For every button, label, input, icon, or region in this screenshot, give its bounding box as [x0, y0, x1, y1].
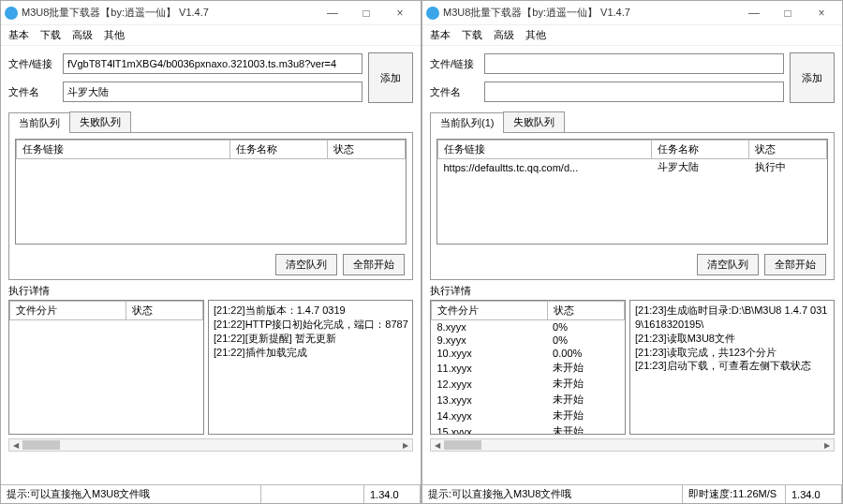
start-all-button[interactable]: 全部开始 — [343, 254, 405, 275]
task-table[interactable]: 任务链接 任务名称 状态 https://defaultts.tc.qq.com… — [436, 139, 828, 245]
table-row[interactable]: 10.xyyx0.00% — [432, 347, 625, 360]
app-icon — [5, 7, 18, 20]
table-row[interactable]: 9.xyyx0% — [432, 334, 625, 347]
add-button[interactable]: 添加 — [368, 52, 413, 103]
table-row[interactable]: 12.xyyx未开始 — [432, 376, 625, 392]
col-task-state[interactable]: 状态 — [328, 141, 406, 159]
scroll-right-icon[interactable]: ▶ — [399, 439, 412, 451]
log-line: [21:22]插件加载完成 — [214, 346, 407, 360]
table-row[interactable]: 13.xyyx未开始 — [432, 392, 625, 408]
titlebar[interactable]: M3U8批量下载器【by:逍遥一仙】 V1.4.7 — □ × — [1, 1, 421, 25]
shard-table[interactable]: 文件分片 状态 — [8, 300, 204, 435]
table-row[interactable]: https://defaultts.tc.qq.com/d... 斗罗大陆 执行… — [438, 159, 827, 176]
col-task-link[interactable]: 任务链接 — [438, 141, 652, 159]
col-shard[interactable]: 文件分片 — [10, 302, 126, 320]
log-line: [21:23]启动下载，可查看左侧下载状态 — [635, 359, 829, 373]
col-shard[interactable]: 文件分片 — [432, 302, 548, 320]
filename-input[interactable] — [63, 82, 362, 102]
titlebar[interactable]: M3U8批量下载器【by:逍遥一仙】 V1.4.7 — □ × — [422, 1, 842, 25]
log-line: [21:23]读取M3U8文件 — [635, 332, 829, 346]
start-all-button[interactable]: 全部开始 — [764, 254, 826, 275]
exec-detail: 文件分片 状态 8.xyyx0% 9.xyyx0% 10.xyyx0.00% 1… — [430, 300, 835, 435]
col-task-state[interactable]: 状态 — [749, 141, 827, 159]
log-line: [21:22]HTTP接口初始化完成，端口：8787 — [214, 318, 407, 332]
cell-name: 斗罗大陆 — [652, 159, 749, 176]
table-row[interactable]: 8.xyyx0% — [432, 320, 625, 334]
log-panel[interactable]: [21:22]当前版本：1.4.7 0319 [21:22]HTTP接口初始化完… — [208, 300, 413, 435]
log-line: [21:23]读取完成，共123个分片 — [635, 346, 829, 360]
col-task-name[interactable]: 任务名称 — [230, 141, 328, 159]
clear-queue-button[interactable]: 清空队列 — [697, 254, 759, 275]
close-button[interactable]: × — [383, 3, 417, 23]
queue-tabs: 当前队列 失败队列 — [8, 111, 413, 132]
cell-link: https://defaultts.tc.qq.com/d... — [438, 159, 652, 176]
input-form: 文件/链接 添加 文件名 — [422, 46, 842, 110]
scroll-thumb[interactable] — [22, 440, 60, 450]
close-button[interactable]: × — [805, 3, 838, 23]
maximize-button[interactable]: □ — [349, 3, 383, 23]
status-speed — [261, 485, 364, 503]
window-title: M3U8批量下载器【by:逍遥一仙】 V1.4.7 — [443, 6, 737, 20]
queue-panel: 任务链接 任务名称 状态 https://defaultts.tc.qq.com… — [430, 132, 835, 280]
scroll-left-icon[interactable]: ◀ — [9, 439, 22, 451]
input-form: 文件/链接 添加 文件名 — [1, 46, 421, 110]
statusbar: 提示:可以直接拖入M3U8文件哦 1.34.0 — [1, 484, 421, 503]
horizontal-scrollbar[interactable]: ◀ ▶ — [8, 438, 413, 452]
menu-basic[interactable]: 基本 — [8, 28, 29, 42]
menu-other[interactable]: 其他 — [104, 28, 125, 42]
app-icon — [426, 7, 439, 20]
exec-detail: 文件分片 状态 [21:22]当前版本：1.4.7 0319 [21:22]HT… — [8, 300, 413, 435]
status-speed: 即时速度:11.26M/S — [683, 485, 786, 503]
menu-download[interactable]: 下载 — [462, 28, 482, 42]
url-label: 文件/链接 — [8, 57, 57, 71]
table-row[interactable]: 14.xyyx未开始 — [432, 408, 625, 423]
filename-input[interactable] — [484, 82, 784, 102]
horizontal-scrollbar[interactable]: ◀ ▶ — [430, 438, 835, 452]
table-row[interactable]: 11.xyyx未开始 — [432, 360, 625, 376]
url-label: 文件/链接 — [430, 57, 479, 71]
filename-label: 文件名 — [430, 85, 479, 99]
tab-current-queue[interactable]: 当前队列 — [8, 112, 70, 133]
menu-advanced[interactable]: 高级 — [494, 28, 514, 42]
status-tip: 提示:可以直接拖入M3U8文件哦 — [1, 485, 261, 503]
menubar: 基本 下载 高级 其他 — [1, 25, 421, 46]
url-input[interactable] — [63, 53, 362, 74]
url-input[interactable] — [484, 53, 784, 74]
menu-other[interactable]: 其他 — [525, 28, 546, 42]
window-title: M3U8批量下载器【by:逍遥一仙】 V1.4.7 — [22, 6, 316, 20]
minimize-button[interactable]: — — [737, 3, 771, 23]
tab-failed-queue[interactable]: 失败队列 — [503, 111, 565, 132]
log-panel[interactable]: [21:23]生成临时目录:D:\B\M3U8 1.4.7 0319\16183… — [629, 300, 835, 435]
cell-state: 执行中 — [749, 159, 827, 176]
status-version: 1.34.0 — [786, 485, 842, 503]
col-shard-state[interactable]: 状态 — [547, 302, 624, 320]
status-version: 1.34.0 — [364, 485, 421, 503]
tab-current-queue[interactable]: 当前队列(1) — [430, 112, 504, 133]
log-line: [21:23]生成临时目录:D:\B\M3U8 1.4.7 0319\16183… — [635, 304, 829, 332]
menu-advanced[interactable]: 高级 — [72, 28, 93, 42]
add-button[interactable]: 添加 — [790, 52, 835, 103]
exec-detail-label: 执行详情 — [430, 284, 835, 298]
col-task-link[interactable]: 任务链接 — [17, 141, 230, 159]
scroll-right-icon[interactable]: ▶ — [821, 439, 834, 451]
table-row[interactable]: 15.xyyx未开始 — [432, 423, 625, 435]
scroll-thumb[interactable] — [444, 440, 481, 450]
log-line: [21:22][更新提醒] 暂无更新 — [214, 332, 407, 346]
filename-label: 文件名 — [8, 85, 57, 99]
maximize-button[interactable]: □ — [771, 3, 805, 23]
task-table[interactable]: 任务链接 任务名称 状态 — [15, 139, 407, 245]
minimize-button[interactable]: — — [316, 3, 349, 23]
menubar: 基本 下载 高级 其他 — [422, 25, 842, 46]
scroll-left-icon[interactable]: ◀ — [431, 439, 444, 451]
window-right: M3U8批量下载器【by:逍遥一仙】 V1.4.7 — □ × 基本 下载 高级… — [422, 0, 843, 504]
col-shard-state[interactable]: 状态 — [126, 302, 202, 320]
queue-panel: 任务链接 任务名称 状态 清空队列 全部开始 — [8, 132, 413, 280]
shard-table[interactable]: 文件分片 状态 8.xyyx0% 9.xyyx0% 10.xyyx0.00% 1… — [430, 300, 626, 435]
menu-download[interactable]: 下载 — [40, 28, 61, 42]
col-task-name[interactable]: 任务名称 — [652, 141, 749, 159]
tab-failed-queue[interactable]: 失败队列 — [69, 111, 131, 132]
clear-queue-button[interactable]: 清空队列 — [275, 254, 337, 275]
menu-basic[interactable]: 基本 — [430, 28, 451, 42]
status-tip: 提示:可以直接拖入M3U8文件哦 — [422, 485, 683, 503]
queue-tabs: 当前队列(1) 失败队列 — [430, 111, 835, 132]
